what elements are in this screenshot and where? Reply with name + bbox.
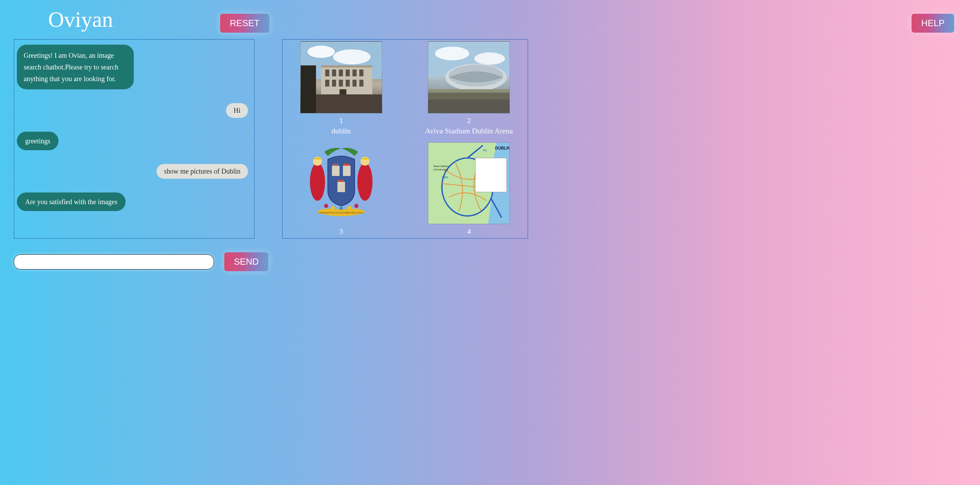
svg-text:Maut-Station: Maut-Station [433,165,449,168]
bot-message-text: greetings [17,132,59,150]
svg-rect-35 [346,163,347,166]
user-message-text: Hi [226,103,248,118]
main-content: Greetings! I am Ovian, an image search c… [0,36,980,249]
svg-rect-9 [352,70,356,76]
result-caption: Coat of arms of Dublin [288,237,395,239]
result-image [428,41,510,113]
svg-rect-34 [344,163,345,166]
svg-point-46 [331,206,335,209]
svg-point-47 [339,206,343,210]
svg-point-2 [333,49,371,65]
message-input[interactable] [14,254,214,269]
svg-text:OBEDIENTIA·CIVIUM·URBIS·FELICI: OBEDIENTIA·CIVIUM·URBIS·FELICITAS [319,211,363,214]
result-image [300,41,382,113]
chat-panel: Greetings! I am Ovian, an image search c… [14,39,255,239]
svg-point-22 [474,52,505,65]
results-grid: 1 dublin 2 [288,41,522,239]
chat-message-user: show me pictures of Dublin [17,164,251,192]
results-panel[interactable]: 1 dublin 2 [282,39,528,239]
svg-rect-8 [346,70,350,76]
result-caption: dublin [288,127,395,135]
svg-rect-37 [338,180,339,182]
svg-rect-15 [352,80,356,87]
stadium-icon [428,41,509,113]
svg-rect-13 [339,80,343,87]
svg-text:DUBLIN: DUBLIN [495,146,510,151]
result-item[interactable]: 1 dublin [288,41,395,135]
svg-rect-31 [332,163,334,166]
chat-message-bot: Greetings! I am Ovian, an image search c… [17,45,251,89]
result-caption: DublinM [415,237,523,239]
svg-rect-27 [428,93,509,100]
svg-point-21 [435,47,469,60]
building-icon [301,41,382,113]
result-item[interactable]: 2 Aviva Stadium Dublin Arena [415,41,523,135]
svg-rect-54 [476,158,507,192]
bot-message-text: Are you satisfied with the images [17,192,126,211]
result-index: 3 [288,227,395,236]
send-button[interactable]: SEND [224,252,268,271]
result-index: 4 [415,227,523,236]
svg-rect-16 [359,80,363,87]
map-icon: DUBLIN Maut-Station (Toll-Bridge) M1 M50 [428,142,509,224]
svg-rect-12 [332,80,336,87]
result-image: OBEDIENTIA·CIVIUM·URBIS·FELICITAS [300,142,382,224]
result-item[interactable]: OBEDIENTIA·CIVIUM·URBIS·FELICITAS 3 Coat… [288,142,395,239]
svg-rect-14 [346,80,350,87]
svg-rect-32 [335,163,336,166]
svg-rect-30 [337,182,345,192]
svg-rect-7 [339,70,343,76]
svg-rect-5 [325,70,329,76]
svg-point-48 [348,206,351,209]
result-image: DUBLIN Maut-Station (Toll-Bridge) M1 M50 [428,142,510,224]
svg-rect-28 [332,166,339,176]
svg-point-49 [354,204,358,208]
svg-rect-29 [343,166,350,176]
svg-point-42 [357,163,372,201]
chat-message-bot: Are you satisfied with the images [17,192,251,225]
svg-rect-4 [321,65,372,67]
svg-rect-19 [301,65,316,113]
help-button[interactable]: HELP [912,14,954,33]
result-index: 1 [288,116,395,125]
chat-message-user: Hi [17,103,251,132]
svg-rect-38 [340,180,342,182]
svg-text:M50: M50 [442,176,448,179]
user-message-text: show me pictures of Dublin [156,164,248,179]
svg-rect-33 [337,163,338,166]
result-index: 2 [415,116,523,125]
chat-message-bot: greetings [17,132,251,164]
svg-text:M1: M1 [483,149,487,152]
svg-point-40 [310,163,325,201]
result-caption: Aviva Stadium Dublin Arena [415,127,523,135]
svg-rect-11 [325,80,329,87]
svg-rect-26 [428,98,509,113]
bot-message-text: Greetings! I am Ovian, an image search c… [17,45,134,89]
input-row: SEND [0,249,980,282]
svg-rect-6 [332,70,336,76]
result-item[interactable]: DUBLIN Maut-Station (Toll-Bridge) M1 M50… [415,142,523,239]
svg-rect-39 [342,180,344,182]
svg-rect-10 [359,70,363,76]
svg-point-45 [324,204,328,208]
header: Oviyan RESET HELP [0,0,980,36]
svg-text:(Toll-Bridge): (Toll-Bridge) [433,168,448,171]
svg-rect-36 [348,163,349,166]
svg-point-1 [307,46,335,58]
reset-button[interactable]: RESET [220,14,269,33]
app-title: Oviyan [48,7,113,32]
coat-of-arms-icon: OBEDIENTIA·CIVIUM·URBIS·FELICITAS [300,142,382,224]
